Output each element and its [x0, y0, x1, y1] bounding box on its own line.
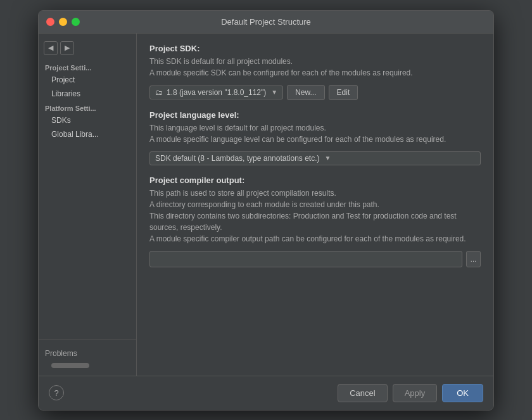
sidebar: ◀ ▶ Project Setti... Project Libraries P…: [39, 34, 137, 376]
edit-sdk-button[interactable]: Edit: [329, 85, 358, 100]
body: ◀ ▶ Project Setti... Project Libraries P…: [39, 34, 493, 376]
minimize-button[interactable]: [59, 18, 67, 26]
compiler-output-row: ...: [149, 251, 481, 267]
nav-forward-button[interactable]: ▶: [60, 41, 74, 55]
footer-left: ?: [49, 385, 64, 400]
language-dropdown-arrow-icon: ▼: [324, 155, 331, 162]
sidebar-scrollbar[interactable]: [51, 363, 89, 368]
help-button[interactable]: ?: [49, 385, 64, 400]
nav-arrows: ◀ ▶: [39, 39, 136, 60]
compiler-desc: This path is used to store all project c…: [149, 188, 481, 245]
cancel-button[interactable]: Cancel: [338, 384, 387, 402]
sdk-row: 🗂 1.8 (java version "1.8.0_112") ▼ New..…: [149, 85, 481, 100]
language-desc: This language level is default for all p…: [149, 122, 481, 145]
sdk-folder-icon: 🗂: [155, 88, 163, 97]
main-content: Project SDK: This SDK is default for all…: [137, 34, 493, 376]
window-controls: [46, 18, 80, 26]
language-section: Project language level: This language le…: [149, 110, 481, 165]
sdk-section: Project SDK: This SDK is default for all…: [149, 44, 481, 100]
maximize-button[interactable]: [72, 18, 80, 26]
sidebar-item-sdks[interactable]: SDKs: [39, 113, 136, 127]
compiler-section-title: Project compiler output:: [149, 175, 481, 185]
sidebar-item-problems[interactable]: Problems: [39, 347, 136, 360]
language-section-title: Project language level:: [149, 110, 481, 120]
titlebar: Default Project Structure: [39, 11, 493, 34]
window-title: Default Project Structure: [221, 17, 311, 27]
sdk-dropdown-arrow-icon: ▼: [271, 89, 277, 96]
apply-button[interactable]: Apply: [393, 384, 438, 402]
compiler-output-input[interactable]: [149, 251, 462, 267]
nav-back-button[interactable]: ◀: [44, 41, 58, 55]
browse-button[interactable]: ...: [466, 251, 481, 267]
sdk-dropdown-value: 1.8 (java version "1.8.0_112"): [167, 88, 266, 97]
close-button[interactable]: [46, 18, 54, 26]
platform-settings-section-label: Platform Setti...: [39, 101, 136, 113]
footer-right: Cancel Apply OK: [338, 384, 483, 402]
sidebar-item-project[interactable]: Project: [39, 73, 136, 87]
sdk-section-title: Project SDK:: [149, 44, 481, 53]
language-dropdown-value: SDK default (8 - Lambdas, type annotatio…: [155, 154, 319, 163]
footer: ? Cancel Apply OK: [39, 376, 493, 410]
sdk-dropdown[interactable]: 🗂 1.8 (java version "1.8.0_112") ▼: [149, 86, 283, 99]
language-dropdown[interactable]: SDK default (8 - Lambdas, type annotatio…: [149, 151, 481, 165]
problems-section: Problems: [39, 340, 136, 360]
sidebar-item-global-libraries[interactable]: Global Libra...: [39, 127, 136, 141]
new-sdk-button[interactable]: New...: [287, 85, 324, 100]
sidebar-item-libraries[interactable]: Libraries: [39, 87, 136, 101]
ok-button[interactable]: OK: [442, 384, 483, 402]
main-window: Default Project Structure ◀ ▶ Project Se…: [38, 10, 494, 410]
project-settings-section-label: Project Setti...: [39, 60, 136, 73]
sdk-desc1: This SDK is default for all project modu…: [149, 56, 481, 79]
compiler-section: Project compiler output: This path is us…: [149, 175, 481, 267]
